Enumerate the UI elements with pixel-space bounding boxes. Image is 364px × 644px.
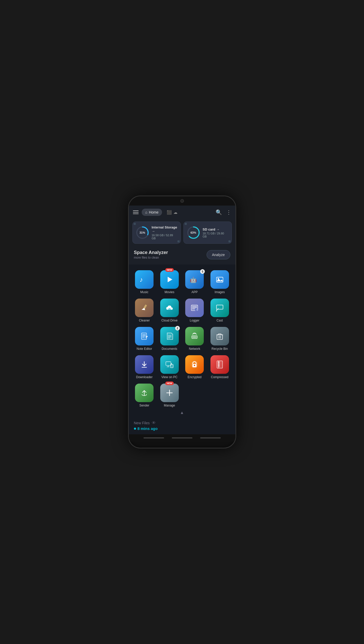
- camera-dot: [180, 199, 184, 203]
- app-item-downloader[interactable]: Downloader: [132, 354, 157, 380]
- internal-progress-circle: 31%: [136, 226, 149, 239]
- space-analyzer-left: Space Analyzer more files to clean: [134, 250, 168, 259]
- eye-icon[interactable]: 👁: [152, 421, 156, 425]
- app-item-compressed[interactable]: Compressed: [208, 354, 232, 380]
- app-icon-cast: [210, 299, 229, 317]
- svg-rect-40: [170, 365, 173, 368]
- new-files-label: New Files: [134, 421, 150, 425]
- app-label-viewonpc: View on PC: [162, 375, 177, 379]
- app-item-encrypted[interactable]: Encrypted: [183, 354, 207, 380]
- app-item-noteeditor[interactable]: Note Editor: [132, 326, 157, 352]
- internal-storage-card[interactable]: 31% Internal Storage → 16.58 GB / 52.89 …: [132, 222, 181, 244]
- app-icon-recycle: [210, 327, 229, 345]
- search-icon[interactable]: 🔍: [216, 209, 222, 215]
- phone-screen: ⌂ Home ⬛ ☁ 🔍 ⋮: [129, 206, 235, 434]
- app-icon-images: [210, 270, 229, 289]
- svg-point-29: [196, 337, 197, 338]
- app-grid: ♪MusicNEWMovies🤖5APPImagesCleanerCloud D…: [131, 269, 233, 408]
- app-icon-movies: [160, 270, 179, 289]
- svg-text:♪: ♪: [140, 276, 143, 283]
- app-label-movies: Movies: [165, 290, 174, 294]
- app-icon-sender: [135, 384, 154, 402]
- svg-rect-50: [218, 366, 219, 367]
- app-item-manage[interactable]: NEWManage: [157, 383, 182, 408]
- app-item-cleaner[interactable]: Cleaner: [132, 298, 157, 323]
- app-item-movies[interactable]: NEWMovies: [157, 269, 182, 295]
- app-label-music: Music: [140, 290, 148, 294]
- app-icon-wrap-downloader: [135, 355, 154, 374]
- nav-pill-3: [200, 437, 221, 438]
- sdcard-storage-info: SD card → 18.71 GB / 29.80 GB: [203, 227, 228, 238]
- svg-rect-39: [166, 362, 171, 365]
- new-files-time-text: 8 mins ago: [138, 426, 158, 431]
- nav-pill-1: [143, 437, 164, 438]
- more-icon[interactable]: ⋮: [226, 209, 231, 215]
- badge-count-app: 5: [200, 269, 205, 274]
- app-item-music[interactable]: ♪Music: [132, 269, 157, 295]
- app-icon-wrap-cleaner: [135, 299, 154, 317]
- svg-rect-18: [216, 305, 223, 309]
- svg-rect-49: [218, 363, 219, 365]
- svg-rect-7: [216, 277, 223, 282]
- header-extras: ⬛ ☁: [167, 210, 177, 215]
- home-pill[interactable]: ⌂ Home: [142, 209, 162, 216]
- app-icon-wrap-encrypted: [185, 355, 204, 374]
- app-icon-manage: [160, 384, 179, 402]
- app-icon-compressed: [210, 355, 229, 374]
- app-item-clouddrive[interactable]: Cloud Drive: [157, 298, 182, 323]
- internal-storage-size: 16.58 GB / 52.89 GB: [152, 234, 177, 240]
- nav-pill-2: [172, 437, 192, 438]
- internal-storage-info: Internal Storage → 16.58 GB / 52.89 GB: [152, 225, 177, 240]
- app-label-sender: Sender: [139, 404, 149, 407]
- app-icon-network: [185, 327, 204, 345]
- app-icon-clouddrive: [160, 299, 179, 317]
- badge-new-manage: NEW: [165, 382, 174, 385]
- svg-point-28: [194, 337, 195, 338]
- app-label-encrypted: Encrypted: [188, 375, 201, 379]
- app-icon-wrap-compressed: [210, 355, 229, 374]
- app-icon-wrap-sender: [135, 384, 154, 402]
- svg-rect-10: [168, 308, 170, 309]
- app-item-logger[interactable]: ⏱Logger: [183, 298, 207, 323]
- svg-rect-46: [217, 361, 223, 368]
- app-icon-wrap-music: ♪: [135, 270, 154, 289]
- app-item-viewonpc[interactable]: View on PC: [157, 354, 182, 380]
- badge-new-movies: NEW: [165, 268, 174, 272]
- app-label-network: Network: [189, 347, 200, 351]
- app-icon-wrap-network: [185, 327, 204, 345]
- svg-point-45: [194, 365, 195, 366]
- sdcard-storage-size: 18.71 GB / 29.80 GB: [203, 232, 228, 238]
- app-item-cast[interactable]: Cast: [208, 298, 232, 323]
- app-icon-noteeditor: [135, 327, 154, 345]
- svg-text:🤖: 🤖: [190, 276, 197, 283]
- svg-rect-19: [141, 333, 147, 339]
- internal-storage-name: Internal Storage →: [152, 225, 177, 233]
- phone-frame: ⌂ Home ⬛ ☁ 🔍 ⋮: [128, 196, 236, 448]
- app-icon-downloader: [135, 355, 154, 374]
- app-label-cast: Cast: [216, 319, 223, 322]
- app-item-documents[interactable]: 2Documents: [157, 326, 182, 352]
- app-grid-section: ♪MusicNEWMovies🤖5APPImagesCleanerCloud D…: [129, 265, 235, 418]
- app-item-images[interactable]: Images: [208, 269, 232, 295]
- hamburger-icon[interactable]: [133, 210, 139, 214]
- app-label-clouddrive: Cloud Drive: [161, 319, 177, 322]
- app-icon-wrap-recycle: [210, 327, 229, 345]
- app-icon-music: ♪: [135, 270, 154, 289]
- app-icon-wrap-documents: 2: [160, 327, 179, 345]
- svg-rect-48: [218, 362, 219, 363]
- app-icon-encrypted: [185, 355, 204, 374]
- app-item-app[interactable]: 🤖5APP: [183, 269, 207, 295]
- app-label-documents: Documents: [162, 347, 177, 351]
- app-item-network[interactable]: Network: [183, 326, 207, 352]
- app-label-downloader: Downloader: [136, 375, 153, 379]
- sdcard-storage-name: SD card →: [203, 227, 228, 231]
- app-label-compressed: Compressed: [211, 375, 228, 379]
- app-item-recycle[interactable]: Recycle Bin: [208, 326, 232, 352]
- sdcard-storage-card[interactable]: 63% SD card → 18.71 GB / 29.80 GB: [183, 222, 232, 244]
- app-icon-wrap-cast: [210, 299, 229, 317]
- analyze-button[interactable]: Analyze: [207, 250, 230, 259]
- sdcard-pct-label: 63%: [190, 231, 196, 234]
- app-item-sender[interactable]: Sender: [132, 383, 157, 408]
- app-label-app: APP: [191, 290, 198, 294]
- app-icon-wrap-app: 🤖5: [185, 270, 204, 289]
